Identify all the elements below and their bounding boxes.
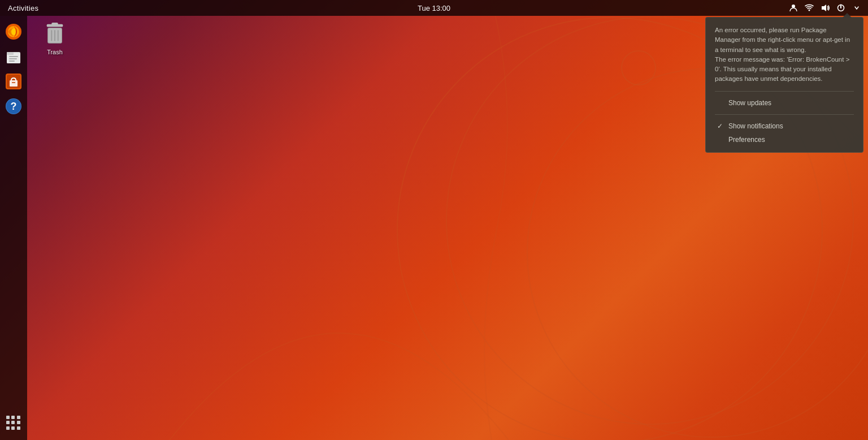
desktop: Activities Tue 13:00 (0, 0, 868, 440)
topbar-left: Activities (0, 0, 46, 16)
dock-item-files[interactable] (2, 45, 25, 68)
network-tray-icon[interactable] (802, 0, 816, 16)
notification-popup: An error occurred, please run Package Ma… (705, 17, 863, 153)
show-all-apps-button[interactable] (2, 412, 25, 434)
show-updates-label: Show updates (728, 99, 771, 107)
svg-rect-12 (9, 58, 17, 59)
svg-rect-10 (7, 52, 14, 55)
dock-item-help[interactable]: ? (2, 95, 25, 118)
topbar-datetime[interactable]: Tue 13:00 (418, 4, 450, 12)
svg-text:?: ? (11, 101, 17, 112)
preferences-label: Preferences (728, 136, 765, 144)
grid-icon (6, 416, 21, 430)
tray-chevron-icon[interactable] (850, 0, 863, 16)
show-updates-button[interactable]: Show updates (715, 96, 854, 110)
files-icon (5, 48, 23, 66)
dock-item-software[interactable] (2, 70, 25, 93)
svg-point-0 (792, 5, 795, 8)
firefox-icon (5, 23, 23, 41)
notification-divider-2 (715, 114, 854, 115)
dock: ? (0, 16, 27, 440)
dock-item-firefox[interactable] (2, 20, 25, 43)
topbar-right (787, 0, 868, 16)
dock-bottom (0, 412, 27, 434)
activities-button[interactable]: Activities (0, 0, 46, 16)
user-tray-icon[interactable] (787, 0, 800, 16)
notification-message: An error occurred, please run Package Ma… (715, 25, 854, 84)
svg-rect-13 (9, 61, 15, 62)
volume-tray-icon[interactable] (818, 0, 832, 16)
topbar: Activities Tue 13:00 (0, 0, 868, 16)
svg-marker-2 (822, 5, 826, 11)
show-notifications-checkmark: ✓ (717, 122, 725, 130)
show-notifications-label: Show notifications (728, 122, 783, 130)
notification-divider (715, 91, 854, 92)
svg-point-29 (622, 51, 656, 85)
software-center-icon (5, 72, 23, 90)
preferences-button[interactable]: Preferences (715, 133, 854, 146)
trash-desktop-icon[interactable]: Trash (35, 21, 75, 55)
svg-rect-22 (51, 23, 58, 25)
trash-icon-svg (44, 21, 66, 46)
show-notifications-button[interactable]: ✓ Show notifications (715, 119, 854, 133)
svg-rect-16 (10, 80, 18, 87)
help-icon: ? (5, 97, 23, 115)
svg-point-1 (809, 10, 810, 11)
svg-rect-11 (9, 56, 18, 57)
trash-label: Trash (47, 49, 63, 55)
